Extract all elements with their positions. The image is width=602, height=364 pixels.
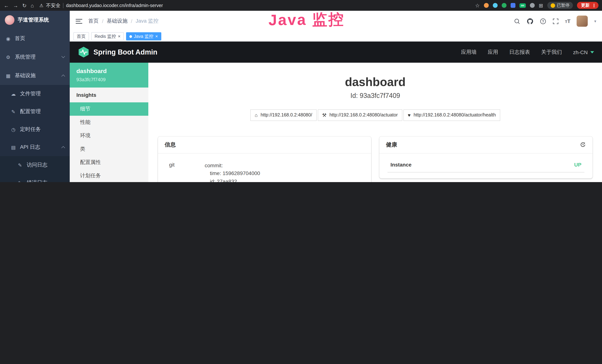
sba-nav-applications[interactable]: 应用: [488, 49, 498, 55]
sba-menu-classes[interactable]: 类: [70, 142, 148, 156]
tab-label: Java 监控: [134, 33, 153, 40]
info-key: git: [169, 162, 205, 182]
sba-nav-wallboard[interactable]: 应用墙: [461, 49, 477, 55]
reload-icon[interactable]: ↻: [22, 3, 27, 8]
sidebar-item-infrastructure[interactable]: ▦ 基础设施: [0, 66, 70, 85]
sidebar-item-label: 首页: [15, 35, 25, 42]
info-row-git: git commit: time: 1596289704000 id: 27aa…: [166, 160, 363, 182]
sba-nav-about[interactable]: 关于我们: [541, 49, 562, 55]
sba-menu-environment[interactable]: 环境: [70, 129, 148, 142]
clock-icon: ◷: [10, 127, 16, 132]
sidebar-item-scheduled-tasks[interactable]: ◷ 定时任务: [0, 120, 70, 138]
extension-icon-orange[interactable]: [484, 3, 489, 8]
extension-icon-grid[interactable]: [511, 3, 516, 8]
font-size-icon[interactable]: TT: [565, 18, 570, 24]
warning-icon: ⚠: [39, 3, 43, 8]
search-icon[interactable]: [514, 18, 520, 24]
tab-label: Redis 监控: [95, 33, 116, 40]
tab-label: 首页: [77, 33, 86, 40]
sba-menu-details[interactable]: 细节: [70, 102, 148, 116]
cloud-icon: ☁: [10, 91, 16, 96]
breadcrumb-separator: /: [102, 18, 103, 24]
extension-icon-green[interactable]: [502, 3, 506, 8]
logo-avatar: [5, 15, 14, 25]
chevron-up-icon: [61, 146, 65, 150]
tab-java-monitor[interactable]: Java 监控 ×: [126, 32, 161, 40]
sba-menu-config-props[interactable]: 配置属性: [70, 156, 148, 169]
extension-icon-on-switch[interactable]: on: [519, 3, 526, 8]
info-card-header: 信息: [158, 137, 371, 153]
breadcrumb-home[interactable]: 首页: [88, 18, 99, 24]
card-title: 健康: [386, 141, 397, 148]
sba-menu-scheduled-tasks[interactable]: 计划任务: [70, 169, 148, 182]
history-icon[interactable]: [580, 142, 586, 148]
info-value: commit: time: 1596289704000 id: 27aa832 …: [205, 162, 360, 182]
sba-navbar: Spring Boot Admin 应用墙 应用 日志报表 关于我们 zh-CN: [70, 42, 602, 63]
extension-icon-blue-drop[interactable]: [493, 3, 498, 8]
paused-label: 已暂停: [557, 3, 570, 8]
insights-group-title: Insights: [70, 87, 148, 102]
app-title: 芋道管理系统: [18, 17, 49, 23]
wrench-icon: ⚒: [322, 112, 326, 118]
url-text[interactable]: dashboard.yudao.iocoder.cn/infra/admin-s…: [66, 3, 163, 8]
edit-icon: ✎: [10, 109, 16, 114]
paused-badge[interactable]: 已暂停: [547, 2, 573, 9]
sidebar-item-error-logs[interactable]: ✎ 错误日志: [0, 174, 70, 182]
sidebar-item-label: API 日志: [20, 144, 40, 150]
page-title: dashboard: [158, 75, 592, 89]
bookmark-star-icon[interactable]: ☆: [475, 3, 480, 8]
document-icon: ▤: [10, 144, 16, 150]
sidebar-item-system-management[interactable]: ⚙ 系统管理: [0, 48, 70, 66]
health-url-link[interactable]: ♥ http://192.168.0.2:48080/actuator/heal…: [403, 109, 500, 121]
update-button[interactable]: 更新 ⋮: [577, 2, 599, 9]
help-icon[interactable]: ?: [540, 18, 546, 24]
instance-url-link[interactable]: ⌂ http://192.168.0.2:48080/: [250, 109, 317, 121]
tab-home[interactable]: 首页: [74, 32, 89, 40]
caret-down-icon[interactable]: ▾: [594, 19, 596, 23]
security-label[interactable]: 不安全: [46, 2, 60, 9]
extension-icon-plug[interactable]: [530, 3, 535, 8]
sba-menu-performance[interactable]: 性能: [70, 116, 148, 129]
insights-group: Insights 细节 性能 环境 类 配置属性 计划任务: [70, 87, 148, 182]
hamburger-icon[interactable]: [76, 19, 82, 23]
sidebar-item-label: 错误日志: [27, 180, 47, 182]
svg-text:?: ?: [542, 19, 544, 23]
sidebar-item-file-management[interactable]: ☁ 文件管理: [0, 85, 70, 103]
sidebar-item-access-logs[interactable]: ✎ 访问日志: [0, 156, 70, 174]
breadcrumb-infrastructure[interactable]: 基础设施: [107, 18, 128, 24]
sba-nav-journal[interactable]: 日志报表: [509, 49, 530, 55]
fullscreen-icon[interactable]: [552, 18, 559, 24]
spring-boot-admin-logo-icon[interactable]: [78, 46, 89, 58]
address-bar[interactable]: ⚠ 不安全 dashboard.yudao.iocoder.cn/infra/a…: [39, 2, 163, 9]
sidebar-item-label: 定时任务: [20, 126, 41, 133]
address-divider: [63, 3, 64, 8]
admin-sidebar: 芋道管理系统 ◉ 首页 ⚙ 系统管理 ▦ 基础设施 ☁ 文件管理 ✎: [0, 11, 70, 182]
sidebar-item-label: 文件管理: [20, 90, 41, 97]
sba-main: dashboard Id: 93a3fc7f7409 ⌂ http://192.…: [148, 63, 602, 182]
instance-name: dashboard: [76, 68, 142, 75]
extensions-puzzle-icon[interactable]: ⊞: [539, 3, 543, 8]
sidebar-item-config-management[interactable]: ✎ 配置管理: [0, 103, 70, 120]
health-card-header: 健康: [379, 137, 592, 153]
language-selector[interactable]: zh-CN: [573, 49, 594, 55]
github-icon[interactable]: [527, 18, 534, 25]
sidebar-item-home[interactable]: ◉ 首页: [0, 29, 70, 48]
tab-close-icon[interactable]: ×: [118, 34, 120, 39]
health-instance-row[interactable]: Instance UP: [387, 160, 584, 172]
tab-close-icon[interactable]: ×: [155, 34, 158, 39]
back-icon[interactable]: ←: [4, 3, 9, 8]
breadcrumb-current: Java 监控: [136, 18, 159, 24]
menu-dots-icon[interactable]: ⋮: [592, 3, 596, 8]
home-icon[interactable]: ⌂: [31, 3, 34, 8]
forward-icon[interactable]: →: [13, 3, 18, 8]
instance-header[interactable]: dashboard 93a3fc7f7409: [70, 63, 148, 87]
chevron-down-icon: [61, 54, 65, 58]
avatar[interactable]: [577, 16, 588, 27]
sidebar-item-api-logs[interactable]: ▤ API 日志: [0, 138, 70, 156]
main-column: 首页 / 基础设施 / Java 监控 Java 监控 ?: [70, 11, 602, 182]
tab-redis-monitor[interactable]: Redis 监控 ×: [91, 32, 124, 40]
actuator-url-link[interactable]: ⚒ http://192.168.0.2:48080/actuator: [318, 109, 402, 121]
caret-down-icon: [590, 51, 594, 53]
app-logo[interactable]: 芋道管理系统: [0, 11, 70, 29]
sba-brand-title[interactable]: Spring Boot Admin: [93, 48, 157, 56]
